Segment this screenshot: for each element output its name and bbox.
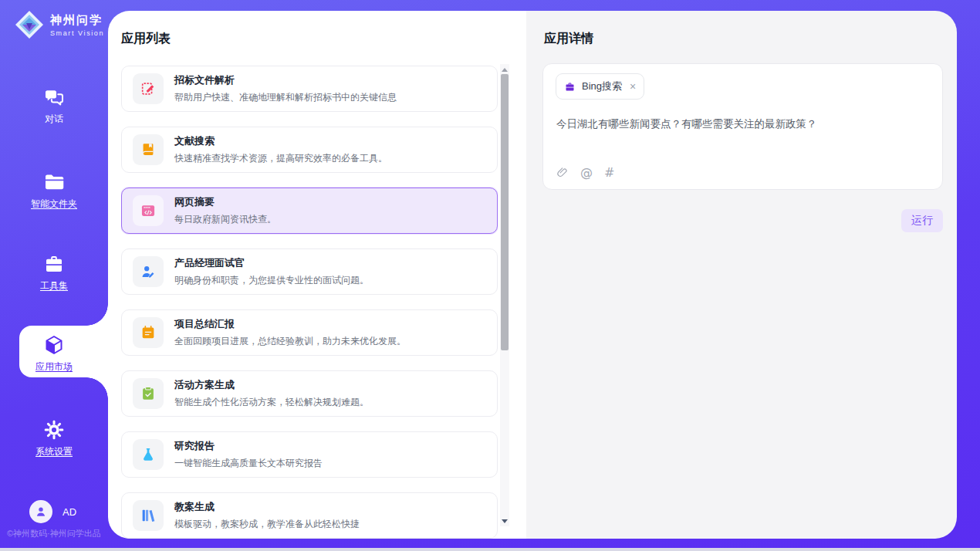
briefcase-icon	[564, 81, 576, 93]
app-card-desc: 全面回顾项目进展，总结经验教训，助力未来优化发展。	[174, 335, 406, 348]
app-card-web-summary[interactable]: 网页摘要 每日政府新闻资讯快查。	[121, 188, 498, 234]
brand-text: 神州问学 Smart Vision	[50, 13, 104, 37]
app-card-title: 教案生成	[174, 500, 360, 514]
app-window: 神州问学 Smart Vision 对话 智能文件夹 工具集 应用市场 系统设置…	[0, 0, 980, 551]
app-detail-title: 应用详情	[544, 31, 593, 47]
app-card-literature-search[interactable]: 文献搜索 快速精准查找学术资源，提高研究效率的必备工具。	[121, 127, 498, 173]
query-input[interactable]: 今日湖北有哪些新闻要点？有哪些需要关注的最新政策？	[556, 117, 927, 131]
app-card-title: 活动方案生成	[174, 378, 369, 392]
app-card-bid-document-parsing[interactable]: 招标文件解析 帮助用户快速、准确地理解和解析招标书中的关键信息	[121, 66, 498, 112]
sidebar-item-toolset[interactable]: 工具集	[0, 252, 108, 292]
app-card-research-report[interactable]: 研究报告 一键智能生成高质量长文本研究报告	[121, 431, 498, 478]
sidebar-item-chat[interactable]: 对话	[0, 86, 108, 126]
chat-icon	[42, 86, 66, 109]
folder-icon	[42, 171, 66, 194]
hash-icon[interactable]: #	[604, 166, 614, 179]
app-card-desc: 每日政府新闻资讯快查。	[174, 213, 276, 226]
app-card-title: 网页摘要	[174, 195, 276, 209]
book-icon	[133, 134, 164, 165]
paperclip-icon[interactable]	[556, 166, 569, 179]
scrollbar-up-arrow[interactable]	[500, 65, 509, 74]
app-card-lesson-plan-generator[interactable]: 教案生成 模板驱动，教案秒成，教学准备从此轻松快捷	[121, 492, 498, 539]
brand-logo: 神州问学 Smart Vision	[14, 9, 104, 40]
app-list-panel: 应用列表 招标文件解析 帮助用户快速、准确地理解和解析招标书中的关键信息 文献搜…	[108, 11, 526, 539]
note-icon	[133, 317, 164, 348]
app-card-event-plan-generator[interactable]: 活动方案生成 智能生成个性化活动方案，轻松解决规划难题。	[121, 370, 498, 417]
person-icon	[133, 256, 164, 287]
cube-icon	[42, 333, 66, 357]
app-card-desc: 智能生成个性化活动方案，轻松解决规划难题。	[174, 396, 369, 409]
copyright: ©神州数码·神州问学出品	[7, 528, 101, 539]
browser-code-icon	[133, 195, 164, 226]
scrollbar-thumb[interactable]	[501, 74, 509, 350]
document-edit-icon	[133, 73, 164, 104]
app-detail-panel: 应用详情 Bing搜索 × 今日湖北有哪些新闻要点？有哪些需要关注的最新政策？ …	[526, 11, 957, 539]
app-card-project-summary-report[interactable]: 项目总结汇报 全面回顾项目进展，总结经验教训，助力未来优化发展。	[121, 309, 498, 356]
user-name: AD	[63, 506, 76, 518]
app-card-title: 招标文件解析	[174, 73, 397, 87]
gear-icon	[42, 418, 66, 441]
app-card-title: 产品经理面试官	[174, 256, 369, 270]
user-avatar-icon	[29, 500, 52, 523]
brand-name: 神州问学	[50, 13, 104, 28]
app-list-title: 应用列表	[121, 31, 171, 47]
sidebar-item-smart-folders[interactable]: 智能文件夹	[0, 171, 108, 211]
prompt-card: Bing搜索 × 今日湖北有哪些新闻要点？有哪些需要关注的最新政策？ @#	[542, 63, 943, 190]
app-card-title: 研究报告	[174, 439, 323, 453]
mention-icon[interactable]: @	[580, 166, 593, 179]
tool-tag-bing-search: Bing搜索 ×	[556, 73, 644, 100]
run-button[interactable]: 运行	[901, 209, 943, 232]
scrollbar[interactable]	[500, 64, 509, 526]
user-account[interactable]: AD	[29, 500, 76, 523]
close-icon[interactable]: ×	[630, 81, 636, 92]
app-card-desc: 模板驱动，教案秒成，教学准备从此轻松快捷	[174, 518, 360, 531]
brand-diamond-icon	[14, 9, 45, 40]
sidebar: 神州问学 Smart Vision 对话 智能文件夹 工具集 应用市场 系统设置…	[0, 0, 108, 551]
composer-toolbar: @#	[556, 166, 614, 179]
sidebar-item-app-market[interactable]: 应用市场	[0, 333, 108, 374]
flask-icon	[133, 439, 164, 470]
app-card-desc: 明确身份和职责，为您提供专业性的面试问题。	[174, 274, 369, 287]
app-card-title: 项目总结汇报	[174, 317, 406, 331]
app-card-desc: 一键智能生成高质量长文本研究报告	[174, 457, 323, 470]
app-card-title: 文献搜索	[174, 134, 387, 148]
app-card-desc: 快速精准查找学术资源，提高研究效率的必备工具。	[174, 152, 387, 165]
main-content: 应用列表 招标文件解析 帮助用户快速、准确地理解和解析招标书中的关键信息 文献搜…	[108, 11, 957, 539]
books-icon	[133, 500, 164, 531]
toolbox-icon	[42, 252, 66, 276]
bottom-strip	[0, 548, 980, 551]
clipboard-check-icon	[133, 378, 164, 409]
app-card-list: 招标文件解析 帮助用户快速、准确地理解和解析招标书中的关键信息 文献搜索 快速精…	[121, 66, 498, 539]
app-card-pm-interviewer[interactable]: 产品经理面试官 明确身份和职责，为您提供专业性的面试问题。	[121, 248, 498, 295]
brand-subtitle: Smart Vision	[50, 29, 104, 37]
app-card-desc: 帮助用户快速、准确地理解和解析招标书中的关键信息	[174, 91, 397, 104]
sidebar-item-system-settings[interactable]: 系统设置	[0, 418, 108, 458]
scrollbar-down-arrow[interactable]	[500, 516, 509, 526]
tool-tag-label: Bing搜索	[582, 79, 622, 93]
